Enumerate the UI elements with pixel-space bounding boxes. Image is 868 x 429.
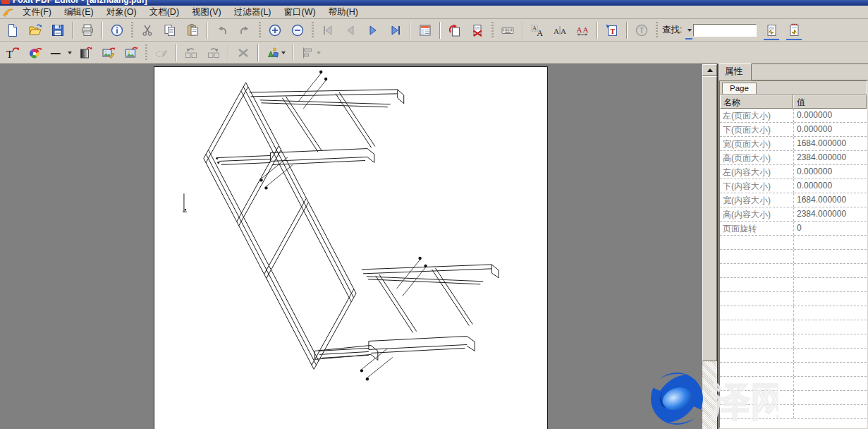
page-tab-row: Page: [720, 81, 867, 95]
cut-button[interactable]: [138, 21, 157, 40]
scrollbar-thumb[interactable]: [702, 76, 717, 361]
property-row[interactable]: 宽(内容大小) 1684.000000: [720, 193, 867, 207]
property-value: 0: [793, 222, 867, 235]
align-objects-button[interactable]: [299, 44, 323, 62]
rotate-right-icon: [207, 46, 221, 60]
toolbar-grip[interactable]: [312, 22, 314, 39]
chevron-down-icon[interactable]: [281, 52, 286, 54]
new-document-button[interactable]: [4, 21, 22, 40]
property-row[interactable]: 高(内容大小) 2384.000000: [720, 207, 867, 222]
app-icon: [1, 0, 10, 4]
menu-object[interactable]: 对象(O): [100, 6, 143, 19]
paste-button[interactable]: [183, 21, 202, 40]
add-image-object-button[interactable]: [122, 44, 140, 62]
find-document-icon: [764, 23, 778, 37]
property-row-empty: [720, 264, 867, 278]
chevron-down-icon[interactable]: [317, 52, 321, 54]
app-window: Foxit PDF Editor - [anzhuang.pdf] 文件(F) …: [0, 0, 868, 429]
menu-edit[interactable]: 编辑(E): [58, 6, 100, 19]
document-canvas[interactable]: [0, 64, 702, 429]
print-button[interactable]: [78, 21, 97, 40]
find-input[interactable]: [693, 24, 757, 37]
delete-page-button[interactable]: [468, 21, 487, 40]
delete-object-button[interactable]: [234, 44, 252, 62]
property-value: 2384.000000: [793, 151, 867, 164]
text-tool-button[interactable]: T: [632, 21, 651, 40]
embed-font-button[interactable]: A A: [551, 21, 569, 40]
add-shape-object-button[interactable]: [264, 44, 288, 62]
find-in-document-button[interactable]: [762, 21, 781, 40]
toolbar-grip[interactable]: [491, 22, 494, 39]
next-page-button[interactable]: [364, 21, 382, 40]
save-button[interactable]: [49, 21, 67, 40]
add-color-object-button[interactable]: [26, 44, 44, 62]
property-row[interactable]: 下(内容大小) 0.000000: [720, 179, 867, 193]
import-page-button[interactable]: [446, 21, 464, 40]
find-all-documents-icon: [787, 23, 801, 37]
property-row[interactable]: 下(页面大小) 0.000000: [720, 123, 867, 137]
toolbar-separator: [410, 22, 411, 39]
toolbar-grip[interactable]: [259, 22, 261, 39]
add-image-icon: [124, 46, 138, 60]
menu-filter[interactable]: 过滤器(L): [228, 6, 278, 19]
property-row[interactable]: 高(页面大小) 2384.000000: [720, 151, 867, 165]
open-file-button[interactable]: [26, 21, 44, 40]
toolbar-main: A A A A A A T: [0, 19, 868, 42]
scroll-up-button[interactable]: [702, 64, 717, 76]
select-rotate-object-button[interactable]: [152, 44, 171, 62]
rotate-right-button[interactable]: [204, 44, 223, 62]
chevron-down-icon[interactable]: [68, 52, 72, 54]
char-width-button[interactable]: A A: [573, 21, 592, 40]
menu-window[interactable]: 窗口(W): [278, 6, 322, 19]
redo-button[interactable]: [236, 21, 254, 40]
find-in-all-documents-button[interactable]: [785, 21, 803, 40]
property-value: 0.000000: [793, 123, 867, 136]
menu-help[interactable]: 帮助(H): [322, 6, 365, 19]
property-value: 1684.000000: [793, 193, 867, 207]
rotate-left-button[interactable]: [182, 44, 200, 62]
undo-button[interactable]: [213, 21, 231, 40]
virtual-keyboard-button[interactable]: [499, 21, 517, 40]
menu-document[interactable]: 文档(D): [143, 6, 185, 19]
svg-text:A: A: [554, 26, 559, 35]
property-row[interactable]: 宽(页面大小) 1684.000000: [720, 137, 867, 151]
svg-text:A: A: [583, 25, 589, 33]
add-line-object-button[interactable]: [49, 44, 73, 62]
keyboard-icon: [501, 23, 515, 37]
line-icon: [49, 46, 66, 60]
property-row[interactable]: 页面旋转 0: [720, 222, 867, 236]
previous-page-button[interactable]: [341, 21, 360, 40]
replace-font-button[interactable]: A A: [528, 21, 546, 40]
property-row-empty: [720, 363, 867, 377]
panel-title-row: 属性: [719, 64, 868, 80]
vertical-scrollbar[interactable]: [702, 64, 717, 429]
shading-icon: [79, 46, 93, 60]
toolbar-grip[interactable]: [656, 22, 658, 39]
column-header-name[interactable]: 名称: [720, 95, 793, 109]
zoom-out-button[interactable]: [288, 21, 307, 40]
property-row[interactable]: 左(内容大小) 0.000000: [720, 165, 867, 179]
property-row[interactable]: 左(页面大小) 0.000000: [720, 109, 867, 123]
tab-properties[interactable]: 属性: [719, 64, 752, 80]
toolbar-separator: [257, 44, 259, 61]
zoom-in-button[interactable]: [266, 21, 284, 40]
find-history-dropdown[interactable]: [685, 23, 693, 38]
last-page-button[interactable]: [386, 21, 405, 40]
copy-button[interactable]: [161, 21, 179, 40]
document-info-button[interactable]: [108, 21, 126, 40]
table-header-row: 名称 值: [720, 95, 867, 109]
embed-font-icon: A A: [553, 23, 567, 37]
edit-image-object-button[interactable]: [99, 44, 118, 62]
page-layout-button[interactable]: [416, 21, 434, 40]
menu-view[interactable]: 视图(V): [185, 6, 228, 19]
column-header-value[interactable]: 值: [793, 95, 867, 109]
add-shading-object-button[interactable]: [77, 44, 95, 62]
add-text-note-button[interactable]: T: [603, 21, 621, 40]
tab-page[interactable]: Page: [722, 83, 757, 94]
toolbar-grip[interactable]: [145, 44, 147, 61]
toolbar-grip[interactable]: [131, 22, 133, 39]
add-text-object-button[interactable]: T: [4, 44, 22, 62]
pdf-page[interactable]: [154, 66, 548, 429]
first-page-button[interactable]: [319, 21, 337, 40]
menu-file[interactable]: 文件(F): [16, 6, 58, 19]
